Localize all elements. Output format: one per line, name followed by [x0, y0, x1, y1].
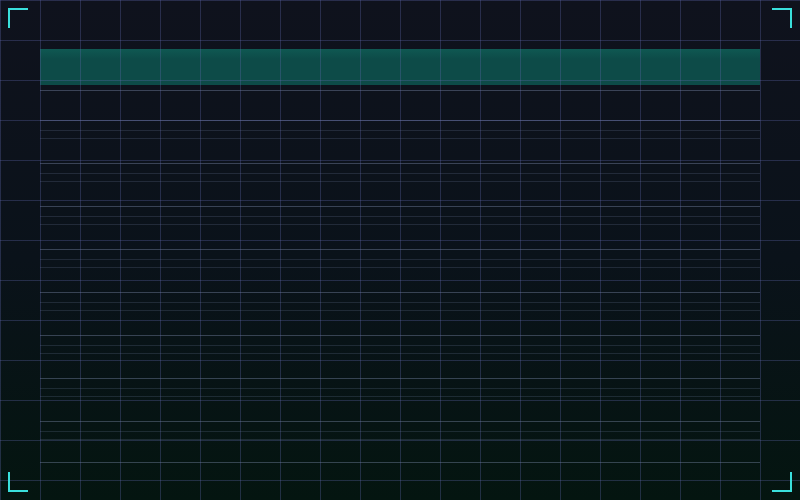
- row-text-placeholder: [40, 173, 760, 182]
- table-row: [40, 378, 760, 421]
- row-text-placeholder: [40, 302, 760, 311]
- table-row: [40, 292, 760, 335]
- table-row: [40, 249, 760, 292]
- table-bottom-border: [40, 462, 760, 463]
- row-text-placeholder: [40, 431, 760, 440]
- table-row: [40, 206, 760, 249]
- row-text-placeholder: [40, 216, 760, 225]
- hud-screen: [0, 0, 800, 500]
- corner-bracket-top-left-icon: [8, 8, 28, 28]
- corner-bracket-top-right-icon: [772, 8, 792, 28]
- corner-bracket-bottom-left-icon: [8, 472, 28, 492]
- row-text-placeholder: [40, 345, 760, 354]
- corner-bracket-bottom-right-icon: [772, 472, 792, 492]
- table-row: [40, 421, 760, 462]
- table-header-bar[interactable]: [40, 49, 760, 85]
- row-text-placeholder: [40, 130, 760, 139]
- table-row: [40, 120, 760, 163]
- row-text-placeholder: [40, 388, 760, 397]
- table-row: [40, 163, 760, 206]
- table-header-underline: [40, 90, 760, 91]
- row-text-placeholder: [40, 259, 760, 268]
- table-row: [40, 335, 760, 378]
